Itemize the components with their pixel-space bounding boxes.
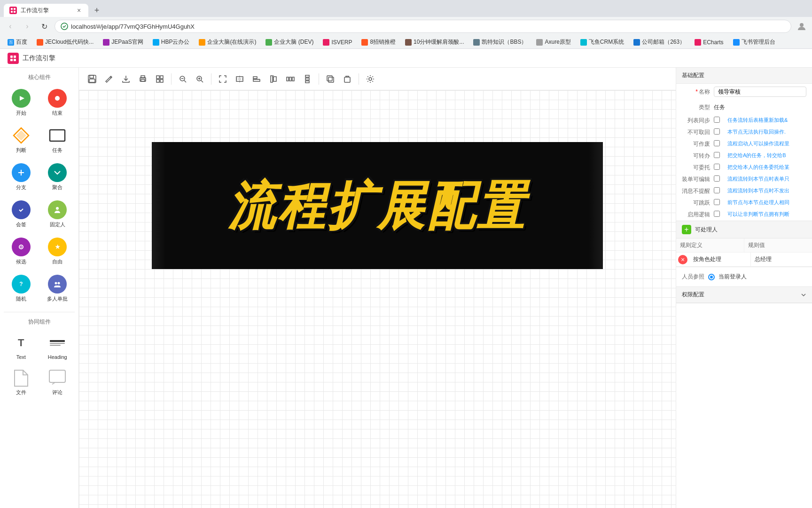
bottom-section-header: 权限配置: [676, 287, 812, 303]
toolbar-grid[interactable]: [152, 71, 167, 87]
svg-rect-49: [273, 77, 276, 81]
collab-file[interactable]: 文件: [4, 365, 39, 400]
handler-table: 规则定义 规则值 × 按角色处理 总经理: [676, 238, 812, 267]
tab-close-button[interactable]: ×: [75, 7, 83, 14]
checkbox-delegatable-input[interactable]: [714, 164, 720, 170]
banner-text: 流程扩展配置: [228, 180, 527, 231]
bookmark-8zhao[interactable]: 8招销推橙: [358, 37, 399, 47]
toolbar-distribute-v[interactable]: [300, 71, 315, 87]
bookmark-baidu[interactable]: 百 百度: [4, 37, 31, 47]
svg-rect-3: [14, 11, 16, 13]
type-select[interactable]: 任务: [714, 103, 806, 111]
checkbox-listsync-input[interactable]: [714, 117, 720, 123]
checkbox-logic: 启用逻辑 可以让非判断节点拥有判断: [676, 209, 812, 221]
checkbox-logic-input[interactable]: [714, 211, 720, 217]
handler-add-button[interactable]: +: [682, 225, 691, 234]
bookmark-mail[interactable]: 公司邮箱（263）: [630, 37, 689, 47]
checkbox-norecall-desc: 本节点无法执行取回操作.: [727, 128, 806, 135]
toolbar-zoom-in[interactable]: [192, 71, 207, 87]
checkbox-formeditable-input[interactable]: [714, 175, 720, 182]
bookmark-kaite[interactable]: 凯特知识（BBS）: [469, 37, 531, 47]
toolbar-align-v[interactable]: [266, 71, 281, 87]
svg-rect-46: [253, 77, 257, 79]
toolbar-align-h[interactable]: [249, 71, 264, 87]
component-free[interactable]: ★ 自由: [40, 234, 75, 269]
checkbox-skippable-input[interactable]: [714, 199, 720, 205]
countersign-label: 会签: [16, 221, 26, 228]
toolbar-fit[interactable]: [215, 71, 230, 87]
collab-heading[interactable]: Heading: [40, 330, 75, 364]
component-candidate[interactable]: 候选: [4, 234, 39, 269]
toolbar-export[interactable]: [118, 71, 133, 87]
svg-rect-56: [328, 77, 334, 82]
bookmark-jiangjing[interactable]: 10分钟缓解肩颈酸...: [401, 37, 468, 47]
checkbox-nonotify-input[interactable]: [714, 187, 720, 193]
toolbar-copy[interactable]: [323, 71, 338, 87]
active-tab[interactable]: 工作流引擎 ×: [4, 4, 88, 17]
bookmark-axure[interactable]: Axure原型: [532, 37, 574, 47]
toolbar-zoom-out[interactable]: [175, 71, 190, 87]
text-icon: T: [12, 333, 31, 352]
bookmark-hbp[interactable]: HBP云办公: [149, 37, 194, 47]
collab-comment[interactable]: 评论: [40, 365, 75, 400]
checkbox-transferable-input[interactable]: [714, 152, 720, 158]
component-branch[interactable]: 分支: [4, 159, 39, 195]
component-random[interactable]: ? 随机: [4, 271, 39, 306]
profile-button[interactable]: [795, 20, 808, 33]
bookmark-entbrain-dev[interactable]: 企业大脑 (DEV): [262, 37, 317, 47]
candidate-icon: [12, 238, 31, 256]
bookmark-jecloud[interactable]: JECloud低代码快...: [33, 37, 97, 47]
svg-rect-9: [14, 59, 16, 61]
checkbox-nonotify-label: 消息不提醒: [682, 187, 710, 195]
task-label: 任务: [52, 147, 62, 154]
component-multi-batch[interactable]: 多人单批: [40, 271, 75, 306]
svg-rect-57: [327, 76, 332, 81]
bookmark-entbrain-demo[interactable]: 企业大脑(在线演示): [195, 37, 260, 47]
component-judge[interactable]: 判断: [4, 122, 39, 158]
svg-rect-58: [344, 77, 350, 82]
svg-rect-52: [292, 77, 294, 81]
toolbar-paste[interactable]: [340, 71, 355, 87]
component-merge[interactable]: 聚合: [40, 159, 75, 195]
checkbox-skippable: 可跳跃 前节点与本节点处理人相同: [676, 197, 812, 209]
forward-button[interactable]: ›: [21, 20, 34, 33]
toolbar-sep-2: [211, 73, 211, 85]
svg-rect-40: [160, 76, 163, 79]
svg-rect-48: [271, 76, 273, 82]
person-section-inner: 人员参照 当前登录人: [676, 267, 812, 286]
name-input[interactable]: [714, 87, 806, 97]
address-bar[interactable]: localhost/#/je/app/77vmQ3FGhHymU4GguhX: [55, 20, 791, 33]
app-container: 工作流引擎 核心组件 开始 结束: [0, 49, 812, 508]
bookmark-isverp[interactable]: ISVERP: [319, 38, 356, 47]
component-task[interactable]: 任务: [40, 122, 75, 158]
checkbox-cancellable-input[interactable]: [714, 140, 720, 146]
toolbar-settings[interactable]: [363, 71, 378, 87]
branch-icon: [12, 163, 31, 182]
toolbar-save[interactable]: [85, 71, 100, 87]
random-icon: ?: [12, 275, 31, 294]
toolbar-distribute-h[interactable]: [283, 71, 298, 87]
svg-point-13: [55, 96, 60, 101]
toolbar-print[interactable]: [135, 71, 150, 87]
person-radio[interactable]: [708, 274, 715, 280]
component-fixed[interactable]: 固定人: [40, 197, 75, 232]
bookmark-jepaas[interactable]: JEPaaS官网: [99, 37, 147, 47]
component-end[interactable]: 结束: [40, 85, 75, 120]
canvas-wrapper[interactable]: 流程扩展配置: [79, 90, 676, 508]
bookmark-feishu[interactable]: 飞书管理后台: [729, 37, 779, 47]
back-button[interactable]: ‹: [4, 20, 17, 33]
toolbar-center[interactable]: [232, 71, 247, 87]
handler-delete-button[interactable]: ×: [678, 255, 687, 264]
bookmark-echarts[interactable]: ECharts: [691, 38, 727, 47]
checkbox-transferable-desc: 把交给A的任务，转交给B: [727, 152, 806, 159]
component-countersign[interactable]: 会签: [4, 197, 39, 232]
countersign-icon: [12, 200, 31, 219]
bookmark-feiyu[interactable]: 飞鱼CRM系统: [577, 37, 628, 47]
refresh-button[interactable]: ↻: [38, 20, 51, 33]
collab-text[interactable]: T Text: [4, 330, 39, 364]
svg-point-21: [56, 207, 59, 210]
checkbox-norecall-input[interactable]: [714, 128, 720, 135]
toolbar-edit[interactable]: [102, 71, 117, 87]
component-start[interactable]: 开始: [4, 85, 39, 120]
new-tab-button[interactable]: +: [90, 4, 103, 17]
